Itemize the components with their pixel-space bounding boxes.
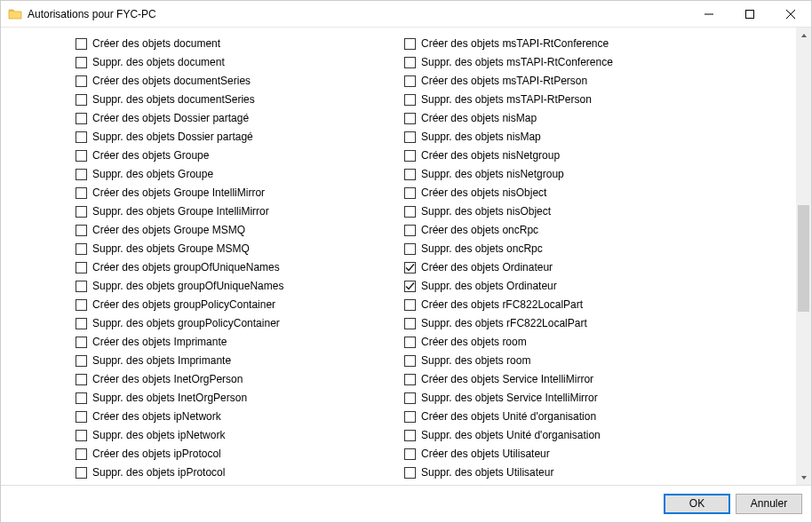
- permission-checkbox[interactable]: [404, 57, 416, 68]
- close-button[interactable]: [770, 1, 811, 28]
- permission-label: Créer des objets ipNetwork: [92, 408, 221, 426]
- permission-checkbox[interactable]: [76, 337, 87, 348]
- permission-checkbox[interactable]: [76, 355, 87, 367]
- permission-checkbox[interactable]: [404, 448, 416, 460]
- permission-checkbox[interactable]: [404, 318, 416, 329]
- ok-button[interactable]: OK: [664, 494, 730, 514]
- permission-checkbox[interactable]: [404, 411, 416, 423]
- permission-row: Suppr. des objets InetOrgPerson: [76, 389, 404, 408]
- permission-label: Créer des objets InetOrgPerson: [92, 370, 243, 389]
- permission-checkbox[interactable]: [404, 467, 416, 479]
- permission-checkbox[interactable]: [404, 38, 416, 50]
- permission-checkbox[interactable]: [404, 243, 416, 255]
- permission-label: Générer jeu de stratégie résultant (enre…: [421, 482, 661, 485]
- permission-label: Créer des objets Dossier partagé: [92, 109, 249, 128]
- permission-row: Suppr. des objets Groupe: [76, 165, 404, 184]
- permission-checkbox[interactable]: [76, 281, 87, 292]
- permission-label: Suppr. des objets Imprimante: [92, 352, 231, 370]
- permission-row: Créer des objets Utilisateur: [404, 445, 760, 464]
- permission-checkbox[interactable]: [76, 131, 87, 143]
- permission-checkbox[interactable]: [404, 355, 416, 367]
- permission-checkbox[interactable]: [76, 225, 87, 236]
- permission-checkbox[interactable]: [76, 150, 87, 162]
- permission-label: Suppr. des objets msTAPI-RtConference: [421, 53, 613, 72]
- permission-checkbox[interactable]: [404, 392, 416, 404]
- maximize-button[interactable]: [729, 1, 770, 28]
- permission-label: Suppr. des objets document: [92, 53, 225, 72]
- permission-label: Suppr. des objets Utilisateur: [421, 464, 553, 482]
- permission-row: Suppr. des objets groupOfUniqueNames: [76, 277, 404, 296]
- permission-label: Créer des objets msTAPI-RtPerson: [421, 72, 587, 91]
- permission-row: Créer des objets ipService: [76, 482, 404, 485]
- permission-row: Suppr. des objets ipProtocol: [76, 464, 404, 482]
- permission-checkbox[interactable]: [404, 225, 416, 236]
- permission-checkbox[interactable]: [404, 75, 416, 87]
- scroll-down-button[interactable]: [796, 470, 811, 485]
- permission-label: Suppr. des objets nisObject: [421, 202, 551, 221]
- permission-checkbox[interactable]: [76, 430, 87, 441]
- vertical-scrollbar[interactable]: [796, 28, 811, 485]
- permission-checkbox[interactable]: [76, 374, 87, 385]
- permission-row: Créer des objets Dossier partagé: [76, 109, 404, 128]
- permission-checkbox[interactable]: [76, 206, 87, 218]
- titlebar: Autorisations pour FYC-PC: [1, 1, 811, 28]
- content-area: Créer des objets documentSuppr. des obje…: [1, 28, 811, 485]
- permission-row: Créer des objets Unité d'organisation: [404, 408, 760, 426]
- permission-label: Créer des objets ipProtocol: [92, 445, 221, 464]
- minimize-button[interactable]: [689, 1, 729, 28]
- permission-row: Suppr. des objets groupPolicyContainer: [76, 314, 404, 333]
- permission-checkbox[interactable]: [404, 206, 416, 218]
- permission-row: Suppr. des objets room: [404, 352, 760, 370]
- permission-checkbox[interactable]: [76, 467, 87, 479]
- permission-row: Créer des objets Ordinateur: [404, 258, 760, 277]
- permission-checkbox[interactable]: [404, 430, 416, 441]
- permission-row: Suppr. des objets documentSeries: [76, 91, 404, 109]
- permission-checkbox[interactable]: [76, 113, 87, 124]
- permission-row: Créer des objets Service IntelliMirror: [404, 370, 760, 389]
- permission-checkbox[interactable]: [76, 57, 87, 68]
- scroll-up-button[interactable]: [796, 28, 811, 43]
- permission-label: Suppr. des objets groupPolicyContainer: [92, 314, 280, 333]
- permission-checkbox[interactable]: [404, 262, 416, 273]
- permission-checkbox[interactable]: [404, 131, 416, 143]
- permission-checkbox[interactable]: [404, 150, 416, 162]
- permission-checkbox[interactable]: [404, 169, 416, 180]
- permission-checkbox[interactable]: [404, 94, 416, 106]
- permission-row: Suppr. des objets document: [76, 53, 404, 72]
- permission-checkbox[interactable]: [76, 318, 87, 329]
- permission-label: Créer des objets Utilisateur: [421, 445, 550, 464]
- scroll-thumb[interactable]: [798, 205, 809, 312]
- permission-label: Créer des objets Unité d'organisation: [421, 408, 596, 426]
- permission-row: Suppr. des objets nisMap: [404, 128, 760, 147]
- cancel-button[interactable]: Annuler: [736, 494, 802, 514]
- permission-checkbox[interactable]: [76, 75, 87, 87]
- permission-label: Créer des objets Groupe: [92, 147, 209, 165]
- permission-row: Suppr. des objets Utilisateur: [404, 464, 760, 482]
- permission-row: Créer des objets room: [404, 333, 760, 352]
- permission-checkbox[interactable]: [76, 187, 87, 199]
- permission-row: Suppr. des objets Imprimante: [76, 352, 404, 370]
- permission-checkbox[interactable]: [76, 262, 87, 273]
- permission-checkbox[interactable]: [76, 169, 87, 180]
- permission-label: Suppr. des objets room: [421, 352, 530, 370]
- permission-checkbox[interactable]: [404, 187, 416, 199]
- permission-checkbox[interactable]: [76, 392, 87, 404]
- permission-checkbox[interactable]: [76, 38, 87, 50]
- permission-row: Suppr. des objets Ordinateur: [404, 277, 760, 296]
- permission-checkbox[interactable]: [404, 299, 416, 311]
- permission-checkbox[interactable]: [76, 411, 87, 423]
- permission-checkbox[interactable]: [76, 94, 87, 106]
- permission-label: Suppr. des objets ipNetwork: [92, 426, 225, 445]
- permission-row: Créer des objets nisMap: [404, 109, 760, 128]
- permission-checkbox[interactable]: [76, 243, 87, 255]
- permission-row: Créer des objets msTAPI-RtConference: [404, 35, 760, 53]
- permission-label: Suppr. des objets Groupe IntelliMirror: [92, 202, 269, 221]
- permission-checkbox[interactable]: [76, 299, 87, 311]
- permission-label: Suppr. des objets nisNetgroup: [421, 165, 564, 184]
- permission-label: Créer des objets nisMap: [421, 109, 537, 128]
- permission-checkbox[interactable]: [404, 374, 416, 385]
- permission-checkbox[interactable]: [76, 448, 87, 460]
- permission-checkbox[interactable]: [404, 337, 416, 348]
- permission-checkbox[interactable]: [404, 113, 416, 124]
- permission-checkbox[interactable]: [404, 281, 416, 292]
